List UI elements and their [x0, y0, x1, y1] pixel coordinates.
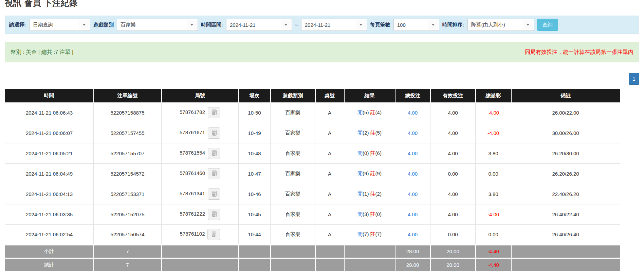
- video-replay-icon: [211, 150, 218, 157]
- cell-result: 閒(0) 莊(6): [344, 143, 395, 163]
- game-type-label: 遊戲類別: [93, 22, 114, 28]
- cell-session: 10-44: [239, 224, 271, 245]
- date-from-value: 2024-11-21: [226, 22, 281, 28]
- query-mode-select[interactable]: 日期查詢: [29, 19, 90, 31]
- column-header: 總派彩: [476, 89, 511, 102]
- query-mode-value: 日期查詢: [30, 22, 79, 28]
- chevron-down-icon[interactable]: [79, 20, 89, 29]
- cell-game-type: 百家樂: [271, 123, 315, 143]
- cell-round-id: 578761554: [162, 143, 239, 163]
- cell-payout: 3.80: [476, 143, 511, 163]
- video-replay-icon: [211, 170, 218, 177]
- video-replay-button[interactable]: [208, 127, 220, 139]
- cell-payout: 3.80: [476, 184, 511, 204]
- cell-total-bet[interactable]: 4.00: [395, 224, 430, 245]
- subtotal-total-bet: 28.00: [395, 245, 430, 258]
- table-row: 2024-11-21 06:06:43522057158875578761782…: [5, 102, 620, 123]
- total-count: 7: [94, 258, 162, 271]
- cell-time: 2024-11-21 06:06:43: [5, 102, 94, 123]
- chevron-down-icon[interactable]: [356, 20, 366, 29]
- cell-table-no: A: [315, 163, 344, 184]
- column-header: 時間: [5, 89, 94, 102]
- cell-total-bet[interactable]: 4.00: [395, 123, 430, 143]
- cell-table-no: A: [315, 143, 344, 163]
- cell-valid-bet: 4.00: [430, 143, 476, 163]
- cell-total-bet[interactable]: 4.00: [395, 163, 430, 184]
- table-row: 2024-11-21 06:04:13522057153371578761341…: [5, 184, 620, 204]
- video-replay-icon: [211, 109, 218, 116]
- video-replay-button[interactable]: [207, 229, 220, 240]
- cell-round-id: 578761341: [162, 184, 239, 204]
- video-replay-icon: [211, 211, 218, 218]
- video-replay-button[interactable]: [208, 107, 220, 118]
- table-header-row: 時間注單編號局號場次遊戲類別桌號結果總投注有效投注總派彩備註: [5, 89, 620, 102]
- cell-result: 閒(9) 莊(9): [344, 163, 395, 184]
- total-bet-link[interactable]: 4.00: [408, 191, 418, 197]
- table-row: 2024-11-21 06:06:07522057157455578761671…: [5, 123, 620, 143]
- column-header: 遊戲類別: [271, 89, 315, 102]
- table-row: 2024-11-21 06:04:49522057154572578761460…: [5, 163, 620, 184]
- cell-payout: 0.00: [476, 224, 511, 245]
- cell-table-no: A: [315, 224, 344, 245]
- query-button[interactable]: 查詢: [537, 19, 558, 31]
- cell-total-bet[interactable]: 4.00: [395, 204, 430, 224]
- cell-game-type: 百家樂: [271, 224, 315, 245]
- video-replay-icon: [211, 191, 218, 197]
- cell-valid-bet: 4.00: [430, 102, 476, 123]
- total-row: 總計 7 28.00 20.00 -4.40: [5, 258, 620, 271]
- game-type-value: 百家樂: [117, 22, 187, 28]
- cell-note: 26.40/26.40: [511, 224, 620, 245]
- chevron-down-icon[interactable]: [523, 20, 533, 29]
- cell-time: 2024-11-21 06:04:13: [5, 184, 94, 204]
- cell-session: 10-50: [239, 102, 271, 123]
- total-bet-link[interactable]: 4.00: [408, 130, 418, 136]
- total-bet-link[interactable]: 4.00: [408, 212, 418, 217]
- chevron-down-icon[interactable]: [428, 20, 438, 29]
- cell-round-id: 578761671: [162, 123, 239, 143]
- page-title: 視訊 會員 下注紀錄: [5, 0, 639, 8]
- total-valid-bet: 20.00: [430, 258, 476, 271]
- subtotal-label: 小計: [5, 245, 94, 258]
- subtotal-count: 7: [94, 245, 162, 258]
- cell-bet-id: 522057152075: [94, 204, 162, 224]
- cell-session: 10-48: [239, 143, 271, 163]
- cell-game-type: 百家樂: [271, 143, 315, 163]
- chevron-down-icon[interactable]: [187, 20, 197, 29]
- cell-total-bet[interactable]: 4.00: [395, 143, 430, 163]
- cell-bet-id: 522057154572: [94, 163, 162, 184]
- cell-total-bet[interactable]: 4.00: [395, 102, 430, 123]
- cell-bet-id: 522057158875: [94, 102, 162, 123]
- cell-table-no: A: [315, 184, 344, 204]
- date-to-select[interactable]: 2024-11-21: [301, 19, 367, 31]
- total-bet-link[interactable]: 4.00: [408, 232, 418, 237]
- date-from-select[interactable]: 2024-11-21: [226, 19, 292, 31]
- total-bet-link[interactable]: 4.00: [408, 171, 418, 177]
- cell-note: 22.40/26.20: [511, 184, 620, 204]
- cell-result: 閒(2) 莊(5): [344, 123, 395, 143]
- video-replay-button[interactable]: [208, 168, 220, 179]
- page: 視訊 會員 下注紀錄 請選擇: 日期查詢 遊戲類別 百家樂 時間區間: 2024…: [0, 0, 644, 271]
- cell-total-bet[interactable]: 4.00: [395, 184, 430, 204]
- cell-time: 2024-11-21 06:05:21: [5, 143, 94, 163]
- video-replay-button[interactable]: [208, 188, 220, 200]
- cell-valid-bet: 4.00: [430, 204, 476, 224]
- sort-select[interactable]: 降冪(由大到小): [467, 19, 534, 31]
- video-replay-button[interactable]: [208, 148, 220, 159]
- cell-table-no: A: [315, 102, 344, 123]
- cell-valid-bet: 4.00: [430, 123, 476, 143]
- chevron-down-icon[interactable]: [281, 20, 291, 29]
- game-type-select[interactable]: 百家樂: [117, 19, 198, 31]
- date-to-value: 2024-11-21: [301, 22, 356, 28]
- cell-valid-bet: 0.00: [430, 163, 476, 184]
- total-bet-link[interactable]: 4.00: [408, 151, 418, 156]
- total-bet-link[interactable]: 4.00: [408, 110, 418, 116]
- total-payout: -4.40: [476, 258, 511, 271]
- table-header: 時間注單編號局號場次遊戲類別桌號結果總投注有效投注總派彩備註: [5, 89, 620, 102]
- column-header: 桌號: [315, 89, 344, 102]
- column-header: 有效投注: [430, 89, 476, 102]
- select-mode-label: 請選擇:: [9, 22, 26, 28]
- page-size-select[interactable]: 100: [393, 19, 439, 31]
- column-header: 結果: [344, 89, 395, 102]
- page-button-1[interactable]: 1: [629, 73, 639, 85]
- video-replay-button[interactable]: [208, 209, 220, 220]
